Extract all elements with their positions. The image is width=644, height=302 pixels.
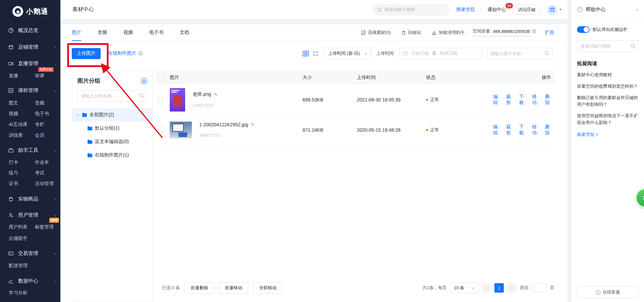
rename-pencil-icon[interactable]: ✎ — [251, 122, 255, 127]
violation-material-button[interactable]: 违规素材(0) — [361, 30, 391, 36]
upload-image-button[interactable]: 上传图片 — [72, 48, 101, 59]
tab-audio[interactable]: 音频 — [98, 24, 107, 41]
image-dimensions: 3964*2571 — [199, 133, 255, 138]
image-thumbnail[interactable] — [170, 122, 192, 138]
help-article-link[interactable]: 删除已被引用的素材会对店铺的用户有影响吗？ — [577, 94, 639, 108]
crop-link[interactable]: 裁剪 — [506, 124, 512, 136]
sidebar-item-trade[interactable]: 交易管理 › — [0, 249, 60, 258]
tree-item-all-images[interactable]: ▼ 全部图片(2) — [72, 108, 153, 122]
visit-store-button[interactable]: 访问店铺 — [512, 5, 541, 15]
batch-move-button[interactable]: 批量移动 — [219, 282, 248, 294]
sidebar-sub-banke[interactable]: 班课免费补贴 — [35, 73, 44, 79]
list-view-icon[interactable] — [302, 50, 309, 57]
sidebar-sub-huiyuan[interactable]: 会员 — [35, 132, 44, 138]
sidebar-sub-zhibo[interactable]: 直播 — [9, 73, 35, 79]
help-panel: ? 帮助中心 » 默认弹出此侧边栏 拓展阅读 素材中心使用教程 容量空间的收费规… — [572, 0, 644, 302]
sidebar-item-goods[interactable]: 实物商品 › — [0, 194, 60, 204]
sidebar-sub-lianxi[interactable]: 练习 — [9, 170, 35, 176]
row-checkbox[interactable] — [158, 127, 163, 132]
tab-document[interactable]: 文档 — [180, 24, 189, 41]
edit-link[interactable]: 编辑 — [493, 124, 499, 136]
help-article-link[interactable]: 使用空间超限的情况下一直不扩容会有什么影响？ — [577, 113, 639, 126]
online-support-button[interactable]: 在线客服 — [577, 286, 639, 298]
select-all-checkbox[interactable] — [158, 75, 163, 80]
page-size-select[interactable]: 10 条 ∨ — [450, 283, 478, 293]
sidebar-item-live[interactable]: 直播管理 › — [0, 59, 60, 68]
sidebar-sub-xuexi[interactable]: 学习分析 — [9, 290, 28, 296]
download-link[interactable]: 下载 — [519, 124, 525, 136]
sidebar-sub-tuwen[interactable]: 图文 — [9, 100, 35, 106]
sidebar-sub-peisong[interactable]: 配送管理 — [9, 263, 28, 269]
add-group-icon[interactable] — [141, 78, 147, 84]
help-article-link[interactable]: 素材中心使用教程 — [577, 72, 639, 78]
sidebar-item-course[interactable]: 课程管理 › — [0, 86, 60, 95]
jump-page-input[interactable] — [532, 283, 547, 293]
sidebar-sub-xunlianying[interactable]: 训练营 — [9, 132, 35, 138]
sidebar-sub-qiwei[interactable]: 企微助手 — [9, 235, 35, 242]
account-menu[interactable]: ▼ — [547, 5, 562, 15]
sidebar-sub-zuoyeben[interactable]: 作业本 — [35, 160, 49, 166]
notification-center[interactable]: 通知中心54 — [487, 7, 506, 13]
tab-ebook[interactable]: 电子书 — [149, 24, 163, 41]
academy-more-link[interactable]: 商家学院 > — [577, 132, 598, 138]
row-checkbox[interactable] — [158, 97, 163, 102]
help-question-icon[interactable]: ? — [532, 29, 536, 34]
expand-storage-link[interactable]: 扩容 — [545, 30, 554, 36]
tree-item-online-made[interactable]: 在线制作图片(1) — [72, 148, 153, 162]
brand-logo[interactable]: 小鹅通 — [0, 5, 60, 17]
help-article-link[interactable]: 容量空间的收费规则是怎样的？ — [577, 83, 639, 90]
sidebar-sub-yinpin[interactable]: 音频 — [35, 100, 44, 106]
tree-item-default-group[interactable]: 默认分组(1) — [72, 122, 153, 135]
sidebar-sub-ai-class[interactable]: AI互动课 — [9, 122, 35, 128]
batch-delete-button[interactable]: 批量删除 — [184, 282, 214, 294]
merchant-academy-link[interactable]: 商家学院 — [456, 7, 475, 13]
tree-item-richtext-editor[interactable]: 富文本编辑器(0) — [72, 135, 153, 148]
sidebar-item-data[interactable]: 数据中心 › — [0, 276, 60, 286]
sidebar-sub-ebook[interactable]: 电子书 — [35, 111, 49, 117]
rename-pencil-icon[interactable]: ✎ — [214, 92, 218, 97]
group-search-input[interactable] — [77, 90, 147, 101]
download-link[interactable]: 下载 — [519, 94, 525, 106]
collapse-panel-icon[interactable]: » — [636, 6, 639, 13]
recycle-bin-button[interactable]: 回收站 — [401, 30, 421, 36]
sort-dropdown[interactable]: 上传时间 (新-旧) ∨ — [324, 48, 371, 59]
move-link[interactable]: 移动 — [532, 94, 538, 106]
help-search-input[interactable] — [577, 40, 639, 52]
sidebar-sub-huodong[interactable]: 活动管理 — [35, 181, 54, 187]
date-range-picker[interactable]: 开始日期 至 结束日期 — [399, 48, 482, 59]
move-link[interactable]: 移动 — [532, 124, 538, 136]
edit-link[interactable]: 编辑 — [493, 94, 499, 106]
page-number-current[interactable]: 1 — [494, 283, 504, 293]
grid-view-icon[interactable] — [312, 50, 319, 57]
image-thumbnail[interactable] — [170, 88, 185, 112]
delete-link[interactable]: 删除 — [545, 124, 551, 136]
sidebar-sub-zhuanlan[interactable]: 专栏 — [35, 122, 44, 128]
sidebar-item-shop[interactable]: 店铺管理 › — [0, 42, 60, 52]
delete-link[interactable]: 删除 — [545, 94, 551, 106]
sidebar-sub-userlist[interactable]: 用户列表 — [9, 224, 35, 230]
sidebar-sub-kaoshi[interactable]: 考试 — [35, 170, 44, 176]
sidebar-sub-shipin[interactable]: 视频 — [9, 111, 35, 117]
crop-link[interactable]: 裁剪 — [506, 94, 512, 106]
sidebar-sub-zhengshu[interactable]: 证书 — [9, 181, 35, 187]
trash-icon — [401, 30, 406, 35]
video-camera-icon — [8, 61, 14, 67]
sidebar-sub-tags[interactable]: 标签管理 — [35, 224, 54, 230]
tab-video[interactable]: 视频 — [123, 24, 133, 41]
capacity-progressbar — [473, 36, 532, 37]
smart-cleaner-button[interactable]: 智能清理助手 — [432, 30, 465, 36]
online-make-image[interactable]: 在线制作图片 ? — [108, 50, 143, 56]
global-search-input[interactable] — [384, 7, 441, 12]
move-all-button[interactable]: 全部移动 — [253, 282, 282, 294]
tab-images[interactable]: 图片 — [72, 24, 81, 41]
info-icon[interactable]: ? — [138, 51, 143, 56]
prev-page-button[interactable]: ‹ — [482, 283, 491, 293]
auto-open-toggle[interactable] — [577, 26, 590, 33]
sidebar-item-tools[interactable]: 助学工具 › — [0, 145, 60, 155]
caret-down-icon[interactable]: ▼ — [76, 113, 79, 117]
global-search[interactable] — [372, 4, 450, 15]
next-page-button[interactable]: › — [507, 283, 517, 293]
image-name-search-input[interactable] — [487, 48, 552, 59]
sidebar-sub-daka[interactable]: 打卡 — [9, 160, 35, 166]
sidebar-item-overview[interactable]: 概况总览 — [0, 26, 60, 35]
